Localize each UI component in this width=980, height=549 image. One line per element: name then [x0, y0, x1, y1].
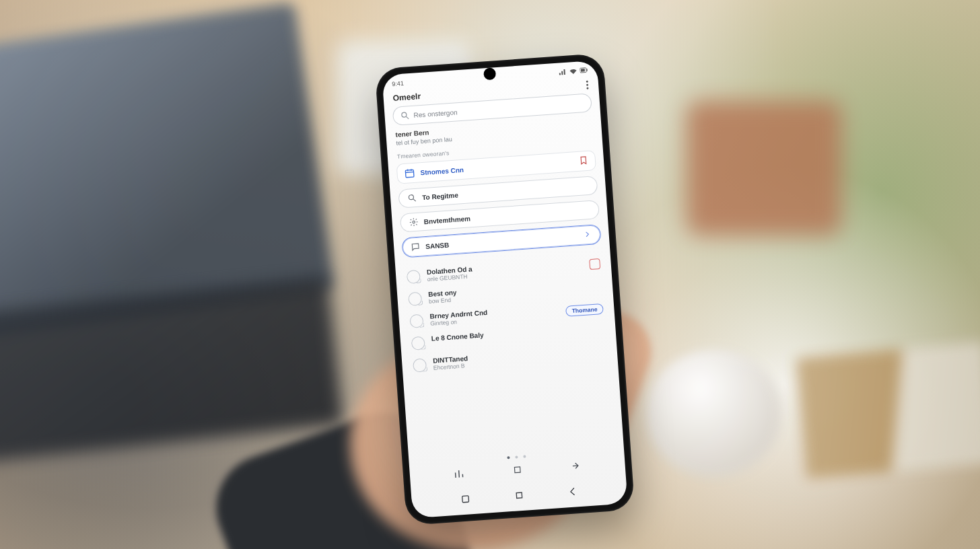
back-button[interactable] [565, 484, 580, 499]
pager-dot [507, 456, 510, 459]
battery-icon [580, 67, 588, 75]
search-icon [400, 110, 410, 120]
svg-rect-5 [405, 170, 414, 177]
bookmark-icon [578, 155, 588, 167]
chevron-right-icon [582, 229, 592, 241]
chat-bubble-icon [408, 292, 422, 306]
chat-bubble-icon [407, 270, 421, 284]
message-icon [411, 242, 421, 252]
alert-badge-icon [589, 258, 600, 270]
svg-rect-14 [516, 492, 522, 499]
phone-screen: 9:41 Omeelr [382, 61, 627, 519]
photo-scene: 9:41 Omeelr [0, 0, 980, 549]
svg-rect-1 [586, 69, 588, 71]
settings-icon [409, 217, 419, 227]
results-list: Dolathen Od a onle GEUBNTH Best ony bow … [395, 249, 624, 461]
svg-line-10 [413, 199, 416, 202]
wifi-icon [569, 68, 578, 75]
svg-rect-13 [462, 496, 469, 503]
svg-point-3 [402, 112, 407, 117]
search-placeholder: Res onstergon [413, 108, 458, 119]
more-options-button[interactable] [586, 80, 590, 89]
app-title: Omeelr [392, 92, 421, 103]
chat-bubble-icon [413, 358, 427, 372]
status-chip[interactable]: Thomane [565, 303, 604, 316]
arrow-icon[interactable] [567, 458, 583, 474]
signal-icon [558, 69, 567, 76]
calendar-icon [404, 168, 415, 179]
svg-point-9 [409, 194, 413, 199]
chart-icon[interactable] [452, 466, 467, 482]
mug-blur [646, 350, 781, 478]
pager-dot [523, 455, 526, 458]
chat-bubble-icon [411, 336, 425, 351]
plant-pot-terracotta [687, 101, 841, 235]
list-item-sub: Ehcertnon B [433, 362, 469, 371]
feature-card-label: Stnomes Cnn [420, 166, 464, 176]
svg-line-6 [406, 172, 414, 173]
notebooks-blur [796, 342, 980, 479]
pager-dot [515, 455, 518, 458]
list-item-title: Le 8 Cnone Baly [431, 331, 483, 342]
svg-rect-12 [514, 467, 520, 473]
chat-bubble-icon [409, 314, 423, 328]
status-time: 9:41 [392, 80, 404, 87]
recent-apps-button[interactable] [458, 491, 473, 507]
search-icon [407, 193, 417, 203]
pill-label: Bnvtemthmem [423, 215, 470, 225]
pill-label: To Regitme [422, 191, 458, 201]
square-icon[interactable] [510, 462, 525, 478]
home-button[interactable] [512, 488, 527, 503]
phone: 9:41 Omeelr [375, 53, 635, 525]
svg-line-4 [406, 116, 409, 119]
pill-label: SANSB [425, 241, 450, 250]
list-item-sub: bow End [429, 296, 458, 305]
svg-point-11 [413, 221, 415, 223]
svg-rect-2 [581, 69, 585, 72]
